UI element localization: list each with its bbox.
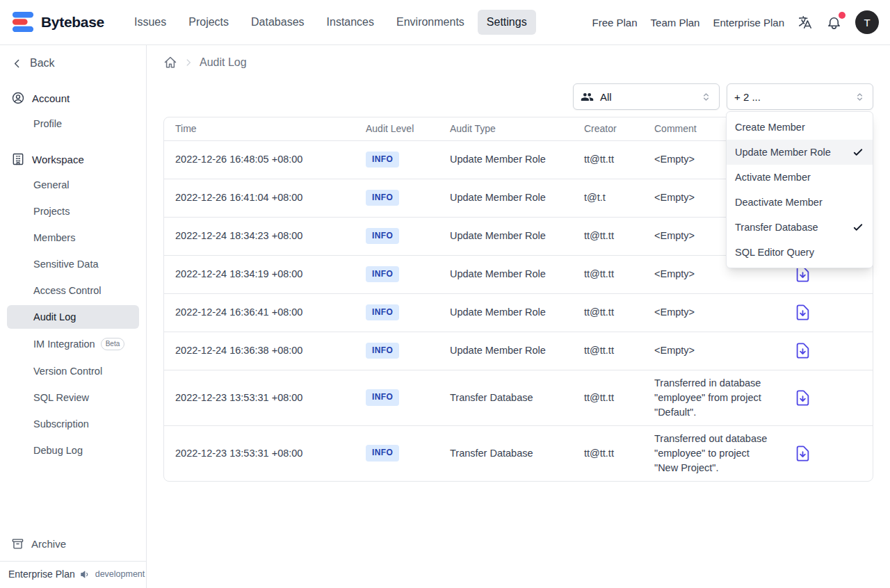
audit-level-badge: INFO (366, 445, 399, 461)
selector-icon (854, 91, 866, 103)
sidebar-item-debug-log[interactable]: Debug Log (7, 439, 139, 462)
check-icon (852, 146, 864, 158)
cell-creator: t@t.t (573, 179, 643, 217)
sidebar-item-general[interactable]: General (7, 173, 139, 197)
cell-audit-type: Update Member Role (439, 332, 573, 370)
translate-icon[interactable] (798, 15, 813, 30)
sidebar-item-sql-review[interactable]: SQL Review (7, 386, 139, 409)
audit-level-badge: INFO (366, 304, 399, 320)
sidebar-item-access-control[interactable]: Access Control (7, 279, 139, 302)
nav-settings[interactable]: Settings (478, 10, 536, 35)
home-icon[interactable] (163, 56, 177, 70)
cell-audit-type: Transfer Database (439, 370, 573, 425)
cell-creator: tt@tt.tt (573, 425, 643, 481)
table-row: 2022-12-24 16:36:38 +08:00 INFO Update M… (164, 332, 873, 370)
footer-environment-label: development (95, 569, 145, 579)
menu-item-update-member-role[interactable]: Update Member Role (727, 140, 873, 165)
sidebar-item-projects[interactable]: Projects (7, 199, 139, 223)
footer-plan-label: Enterprise Plan (8, 569, 75, 580)
menu-item-create-member[interactable]: Create Member (727, 115, 873, 140)
top-nav: Bytebase Issues Projects Databases Insta… (0, 0, 890, 45)
col-header-audit-level: Audit Level (355, 117, 439, 140)
sidebar-item-subscription[interactable]: Subscription (7, 412, 139, 436)
sidebar-item-audit-log[interactable]: Audit Log (7, 305, 139, 329)
cell-comment: <Empty> (643, 293, 781, 332)
cell-creator: tt@tt.tt (573, 140, 643, 179)
nav-issues[interactable]: Issues (125, 10, 175, 35)
avatar[interactable]: T (855, 10, 879, 34)
sidebar-item-version-control[interactable]: Version Control (7, 359, 139, 383)
menu-item-sql-editor-query[interactable]: SQL Editor Query (727, 240, 873, 265)
members-icon (581, 90, 594, 104)
cell-audit-type: Transfer Database (439, 425, 573, 481)
im-integration-label: IM Integration (33, 338, 95, 350)
type-filter-value: + 2 ... (734, 91, 761, 103)
menu-item-label: Update Member Role (735, 147, 831, 158)
cell-comment: <Empty> (643, 332, 781, 370)
nav-environments[interactable]: Environments (387, 10, 474, 35)
workspace-icon (11, 152, 25, 166)
nav-databases[interactable]: Databases (242, 10, 314, 35)
cell-time: 2022-12-23 13:53:31 +08:00 (164, 425, 355, 481)
creator-filter-value: All (600, 91, 612, 103)
sidebar-item-archive[interactable]: Archive (7, 531, 139, 557)
cell-audit-type: Update Member Role (439, 217, 573, 255)
download-payload-icon[interactable] (792, 340, 814, 361)
selector-icon (700, 91, 712, 103)
download-payload-icon[interactable] (792, 387, 814, 409)
menu-item-transfer-database[interactable]: Transfer Database (727, 215, 873, 240)
cell-creator: tt@tt.tt (573, 370, 643, 425)
audit-type-dropdown-menu: Create Member Update Member Role Activat… (726, 111, 873, 268)
cell-level: INFO (355, 425, 439, 481)
cell-payload (781, 332, 873, 370)
menu-item-label: Activate Member (735, 172, 811, 183)
announcement-speaker-icon (80, 569, 90, 580)
cell-time: 2022-12-26 16:41:04 +08:00 (164, 179, 355, 217)
cell-creator: tt@tt.tt (573, 255, 643, 293)
enterprise-plan-link[interactable]: Enterprise Plan (713, 17, 784, 28)
cell-payload (781, 370, 873, 425)
team-plan-link[interactable]: Team Plan (651, 17, 700, 28)
brand-name: Bytebase (41, 14, 104, 31)
cell-level: INFO (355, 255, 439, 293)
nav-projects[interactable]: Projects (179, 10, 238, 35)
audit-level-badge: INFO (366, 228, 399, 244)
cell-time: 2022-12-24 18:34:23 +08:00 (164, 217, 355, 255)
cell-audit-type: Update Member Role (439, 140, 573, 179)
table-row: 2022-12-23 13:53:31 +08:00 INFO Transfer… (164, 425, 873, 481)
cell-level: INFO (355, 332, 439, 370)
audit-type-filter-select[interactable]: + 2 ... (727, 83, 873, 110)
back-button[interactable]: Back (7, 51, 139, 76)
breadcrumb: Audit Log (163, 49, 873, 76)
cell-creator: tt@tt.tt (573, 332, 643, 370)
brand-logo[interactable]: Bytebase (11, 11, 104, 33)
cell-time: 2022-12-24 16:36:41 +08:00 (164, 293, 355, 332)
sidebar-item-sensitive-data[interactable]: Sensitive Data (7, 252, 139, 276)
nav-instances[interactable]: Instances (318, 10, 383, 35)
download-payload-icon[interactable] (792, 443, 814, 464)
bell-icon[interactable] (826, 15, 842, 31)
free-plan-link[interactable]: Free Plan (592, 17, 638, 28)
cell-time: 2022-12-24 18:34:19 +08:00 (164, 255, 355, 293)
cell-time: 2022-12-24 16:36:38 +08:00 (164, 332, 355, 370)
audit-level-badge: INFO (366, 266, 399, 282)
sidebar-item-im-integration[interactable]: IM Integration Beta (7, 332, 139, 357)
menu-item-deactivate-member[interactable]: Deactivate Member (727, 190, 873, 215)
main-nav: Issues Projects Databases Instances Envi… (125, 10, 536, 35)
cell-audit-type: Update Member Role (439, 179, 573, 217)
section-account-label: Account (32, 92, 70, 104)
sidebar-item-members[interactable]: Members (7, 226, 139, 250)
audit-level-badge: INFO (366, 190, 399, 206)
account-icon (11, 91, 25, 105)
sidebar-section-account: Account (7, 85, 139, 111)
cell-time: 2022-12-26 16:48:05 +08:00 (164, 140, 355, 179)
download-payload-icon[interactable] (792, 302, 814, 323)
menu-item-activate-member[interactable]: Activate Member (727, 165, 873, 190)
cell-audit-type: Update Member Role (439, 255, 573, 293)
creator-filter-select[interactable]: All (573, 83, 720, 110)
breadcrumb-chevron-icon (184, 58, 193, 67)
sidebar-section-workspace: Workspace (7, 147, 139, 172)
sidebar-item-profile[interactable]: Profile (7, 112, 139, 136)
table-row: 2022-12-23 13:53:31 +08:00 INFO Transfer… (164, 370, 873, 425)
col-header-audit-type: Audit Type (439, 117, 573, 140)
